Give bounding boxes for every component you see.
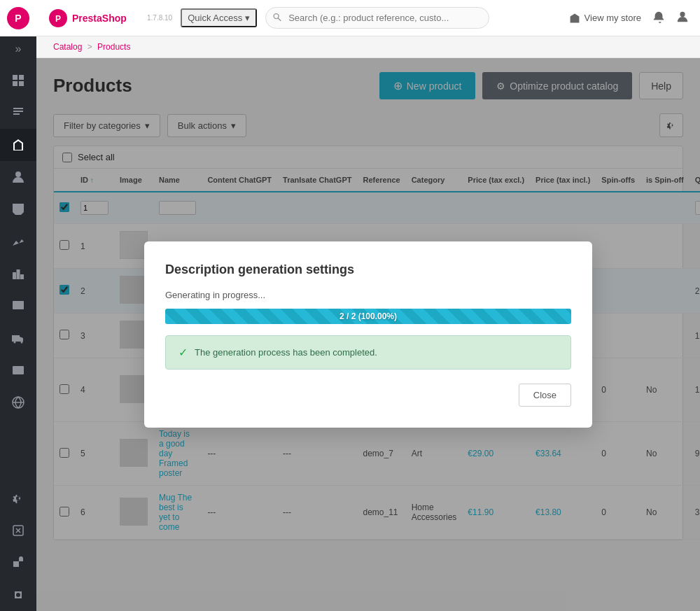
progress-text: 2 / 2 (100.00%)	[340, 311, 397, 321]
sidebar-item-settings[interactable]	[0, 482, 36, 514]
page-content: Products ⊕ New product ⚙ Optimize produc…	[36, 58, 700, 611]
search-bar	[265, 7, 489, 29]
user-account-icon[interactable]	[676, 10, 689, 25]
sidebar-item-advanced[interactable]	[0, 514, 36, 547]
sidebar-item-plugin2[interactable]	[0, 579, 36, 611]
breadcrumb-products[interactable]: Products	[97, 42, 130, 52]
svg-point-6	[15, 171, 21, 177]
sidebar-item-orders[interactable]	[0, 97, 36, 129]
top-header: P PrestaShop 1.7.8.10 Quick Access ▾ Vie…	[36, 0, 700, 36]
svg-rect-9	[20, 274, 24, 279]
main-content-area: P PrestaShop 1.7.8.10 Quick Access ▾ Vie…	[36, 0, 700, 611]
quick-access-button[interactable]: Quick Access ▾	[181, 8, 257, 27]
svg-rect-10	[13, 301, 24, 309]
svg-text:PrestaShop: PrestaShop	[72, 13, 127, 24]
svg-text:P: P	[55, 14, 61, 24]
svg-rect-16	[13, 561, 19, 567]
svg-rect-8	[17, 269, 20, 279]
brand-area: P PrestaShop 1.7.8.10	[48, 8, 172, 29]
sidebar-item-stats[interactable]	[0, 225, 36, 258]
sidebar-item-customers[interactable]	[0, 161, 36, 193]
breadcrumb-catalog[interactable]: Catalog	[53, 42, 82, 52]
store-icon	[569, 13, 580, 24]
view-store-label: View my store	[584, 13, 641, 23]
brand-logo-icon: P PrestaShop	[48, 8, 139, 29]
brand-version: 1.7.8.10	[147, 14, 172, 22]
success-message: The generation process has been complete…	[195, 347, 377, 358]
sidebar-logo: P	[0, 0, 36, 36]
sidebar-expand-icon[interactable]: »	[0, 36, 36, 62]
breadcrumb-separator: >	[88, 42, 94, 52]
svg-text:P: P	[15, 13, 21, 24]
progress-bar-wrap: 2 / 2 (100.00%)	[165, 309, 571, 324]
sidebar-item-payment[interactable]	[0, 354, 36, 386]
svg-point-11	[14, 342, 16, 344]
sidebar-item-shipping[interactable]	[0, 322, 36, 354]
modal-subtitle: Generating in progress...	[165, 290, 571, 300]
modal-overlay: Description generation settings Generati…	[36, 58, 700, 611]
svg-rect-2	[13, 75, 18, 80]
sidebar-nav	[0, 62, 36, 611]
search-input[interactable]	[265, 7, 489, 29]
svg-point-22	[680, 12, 685, 17]
prestashop-logo-icon: P	[6, 6, 31, 31]
breadcrumb: Catalog > Products	[36, 36, 700, 58]
svg-rect-3	[19, 75, 24, 80]
description-generation-modal: Description generation settings Generati…	[144, 241, 592, 428]
sidebar-item-design[interactable]	[0, 290, 36, 322]
sidebar-item-modules[interactable]	[0, 258, 36, 290]
svg-rect-5	[19, 81, 24, 86]
svg-rect-4	[13, 81, 18, 86]
sidebar-item-international[interactable]	[0, 386, 36, 419]
sidebar: P »	[0, 0, 36, 611]
view-my-store-link[interactable]: View my store	[569, 13, 641, 24]
search-icon	[272, 12, 282, 24]
sidebar-item-plugin1[interactable]	[0, 547, 36, 579]
sidebar-item-catalog[interactable]	[0, 129, 36, 161]
sidebar-item-messages[interactable]	[0, 193, 36, 225]
svg-point-12	[21, 342, 23, 344]
success-check-icon: ✓	[178, 346, 188, 359]
success-message-box: ✓ The generation process has been comple…	[165, 335, 571, 370]
modal-close-button[interactable]: Close	[519, 384, 571, 407]
modal-title: Description generation settings	[165, 262, 571, 277]
modal-footer: Close	[165, 384, 571, 407]
notifications-icon[interactable]	[652, 10, 665, 25]
header-right: View my store	[569, 10, 689, 25]
svg-rect-13	[13, 366, 24, 374]
quick-access-chevron-icon: ▾	[245, 13, 250, 23]
svg-point-17	[16, 593, 20, 597]
svg-rect-7	[13, 272, 16, 279]
quick-access-label: Quick Access	[188, 13, 242, 23]
sidebar-item-dashboard[interactable]	[0, 64, 36, 97]
